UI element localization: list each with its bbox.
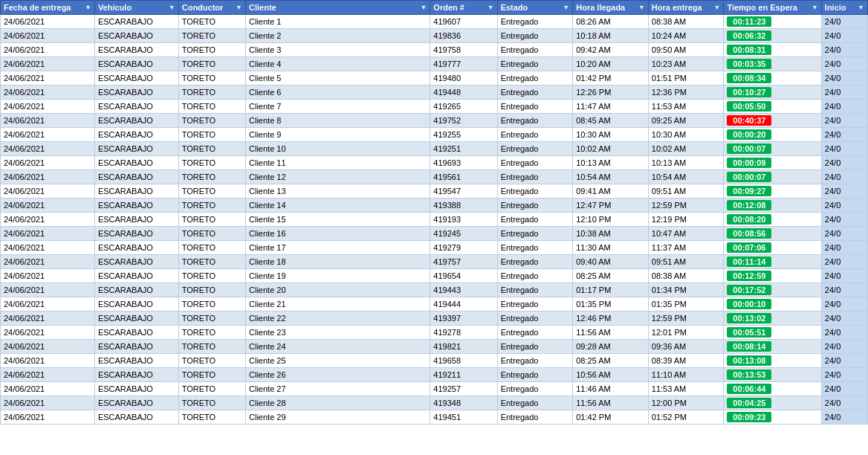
cell-hora_llegada: 11:47 AM [573,100,649,114]
column-header-cliente[interactable]: Cliente▼ [246,1,430,15]
table-row: 24/06/2021ESCARABAJOTORETOCliente 141960… [1,15,868,29]
cell-estado: Entregado [497,312,573,326]
cell-hora_entrega: 12:59 PM [648,199,724,213]
cell-orden: 419752 [430,114,497,128]
cell-estado: Entregado [497,213,573,227]
espera-badge: 00:40:37 [727,115,771,126]
cell-vehiculo: ESCARABAJO [94,170,178,184]
cell-cliente: Cliente 9 [246,128,430,142]
espera-badge: 00:06:32 [727,30,771,41]
cell-orden: 419257 [430,382,497,396]
cell-orden: 419836 [430,29,497,43]
cell-vehiculo: ESCARABAJO [94,114,178,128]
filter-icon[interactable]: ▼ [563,4,569,11]
cell-vehiculo: ESCARABAJO [94,382,178,396]
cell-orden: 419547 [430,184,497,199]
table-row: 24/06/2021ESCARABAJOTORETOCliente 234192… [1,326,868,340]
cell-hora_llegada: 10:38 AM [573,227,649,241]
table-row: 24/06/2021ESCARABAJOTORETOCliente 184197… [1,255,868,269]
table-row: 24/06/2021ESCARABAJOTORETOCliente 941925… [1,128,868,142]
cell-hora_llegada: 08:45 AM [573,114,649,128]
cell-conductor: TORETO [178,241,245,255]
filter-icon[interactable]: ▼ [812,4,818,11]
cell-hora_entrega: 10:24 AM [648,29,724,43]
cell-hora_entrega: 01:34 PM [648,283,724,297]
cell-conductor: TORETO [178,114,245,128]
espera-badge: 00:08:34 [727,73,771,83]
filter-icon[interactable]: ▼ [488,4,494,11]
column-header-orden[interactable]: Orden #▼ [430,1,497,15]
cell-cliente: Cliente 4 [246,57,430,71]
cell-hora_entrega: 12:36 PM [648,85,724,100]
cell-hora_llegada: 12:10 PM [573,213,649,227]
column-header-vehiculo[interactable]: Vehículo▼ [94,1,178,15]
cell-inicio: 24/0 [821,283,867,297]
espera-badge: 00:12:59 [727,271,771,281]
table-row: 24/06/2021ESCARABAJOTORETOCliente 274192… [1,382,868,396]
cell-espera: 00:13:53 [724,368,821,382]
cell-inicio: 24/0 [821,269,867,283]
cell-vehiculo: ESCARABAJO [94,241,178,255]
cell-inicio: 24/0 [821,199,867,213]
column-header-inicio[interactable]: Inicio▼ [821,1,867,15]
filter-icon[interactable]: ▼ [236,4,242,11]
filter-icon[interactable]: ▼ [638,4,645,11]
cell-estado: Entregado [497,156,573,170]
table-row: 24/06/2021ESCARABAJOTORETOCliente 224193… [1,312,868,326]
column-header-fecha[interactable]: Fecha de entrega▼ [1,1,95,15]
cell-conductor: TORETO [178,326,245,340]
cell-espera: 00:09:27 [724,184,821,199]
table-row: 24/06/2021ESCARABAJOTORETOCliente 264192… [1,368,868,382]
cell-inicio: 24/0 [821,71,867,85]
cell-hora_entrega: 08:39 AM [648,354,724,368]
cell-orden: 419654 [430,269,497,283]
cell-espera: 00:12:08 [724,199,821,213]
filter-icon[interactable]: ▼ [169,4,175,11]
cell-fecha: 24/06/2021 [1,382,95,396]
cell-orden: 419279 [430,241,497,255]
cell-hora_llegada: 08:25 AM [573,269,649,283]
column-header-hora_llegada[interactable]: Hora llegada▼ [573,1,649,15]
cell-estado: Entregado [497,85,573,100]
cell-fecha: 24/06/2021 [1,227,95,241]
espera-badge: 00:17:52 [727,285,771,295]
table-row: 24/06/2021ESCARABAJOTORETOCliente 134195… [1,184,868,199]
cell-espera: 00:11:14 [724,255,821,269]
filter-icon[interactable]: ▼ [85,4,91,11]
cell-hora_llegada: 11:46 AM [573,382,649,396]
espera-badge: 00:13:08 [727,355,771,366]
column-header-hora_entrega[interactable]: Hora entrega▼ [648,1,724,15]
cell-estado: Entregado [497,170,573,184]
column-header-espera[interactable]: Tiempo en Espera▼ [724,1,821,15]
cell-orden: 419265 [430,100,497,114]
column-header-conductor[interactable]: Conductor▼ [178,1,245,15]
cell-hora_llegada: 09:42 AM [573,43,649,57]
cell-hora_entrega: 10:54 AM [648,170,724,184]
cell-hora_entrega: 01:35 PM [648,297,724,312]
espera-badge: 00:10:27 [727,87,771,97]
cell-inicio: 24/0 [821,100,867,114]
cell-conductor: TORETO [178,170,245,184]
cell-fecha: 24/06/2021 [1,213,95,227]
column-header-estado[interactable]: Estado▼ [497,1,573,15]
cell-inicio: 24/0 [821,326,867,340]
cell-inicio: 24/0 [821,85,867,100]
cell-cliente: Cliente 28 [246,396,430,410]
cell-vehiculo: ESCARABAJO [94,368,178,382]
cell-hora_entrega: 10:30 AM [648,128,724,142]
cell-orden: 419278 [430,326,497,340]
cell-inicio: 24/0 [821,368,867,382]
cell-vehiculo: ESCARABAJO [94,100,178,114]
espera-badge: 00:09:23 [727,412,771,422]
espera-badge: 00:13:02 [727,313,771,323]
cell-inicio: 24/0 [821,382,867,396]
filter-icon[interactable]: ▼ [858,4,864,11]
cell-conductor: TORETO [178,142,245,156]
filter-icon[interactable]: ▼ [713,4,720,11]
cell-hora_llegada: 10:18 AM [573,29,649,43]
filter-icon[interactable]: ▼ [420,4,427,11]
cell-hora_entrega: 10:13 AM [648,156,724,170]
cell-hora_llegada: 09:28 AM [573,340,649,354]
cell-hora_entrega: 08:38 AM [648,15,724,29]
cell-inicio: 24/0 [821,170,867,184]
